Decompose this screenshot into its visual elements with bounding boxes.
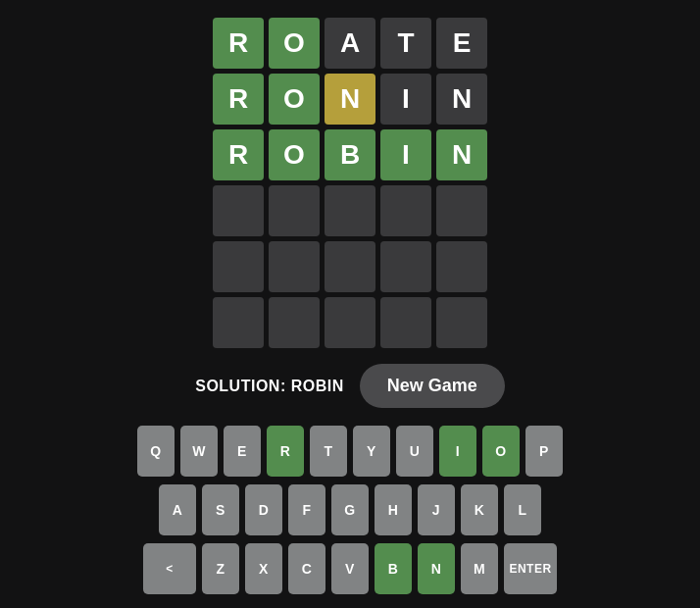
solution-text: SOLUTION: ROBIN <box>195 378 344 395</box>
keyboard: QWERTYUIOPASDFGHJKL<ZXCVBNMENTER <box>137 426 563 594</box>
tile-r2-c4: N <box>436 129 487 180</box>
tile-r3-c0 <box>213 185 264 236</box>
key-r[interactable]: R <box>267 426 304 477</box>
keyboard-row-1: ASDFGHJKL <box>159 484 541 535</box>
key-u[interactable]: U <box>396 426 433 477</box>
key-l[interactable]: L <box>504 484 541 535</box>
key-enter[interactable]: ENTER <box>504 543 557 594</box>
key-b[interactable]: B <box>375 543 412 594</box>
tile-r3-c4 <box>436 185 487 236</box>
tile-r3-c1 <box>269 185 320 236</box>
tile-r4-c3 <box>380 241 431 292</box>
key-p[interactable]: P <box>525 426 563 477</box>
tile-r5-c4 <box>436 297 487 348</box>
tile-r1-c1: O <box>269 74 320 125</box>
tile-r3-c2 <box>325 185 375 236</box>
tile-r4-c1 <box>269 241 320 292</box>
tile-r4-c2 <box>325 241 375 292</box>
key-d[interactable]: D <box>245 484 282 535</box>
tile-r0-c1: O <box>269 18 320 69</box>
key-t[interactable]: T <box>310 426 347 477</box>
tile-r0-c0: R <box>213 18 264 69</box>
key-y[interactable]: Y <box>353 426 390 477</box>
tile-r1-c2: N <box>325 74 375 125</box>
tile-r0-c4: E <box>436 18 487 69</box>
key-k[interactable]: K <box>461 484 498 535</box>
tile-r4-c0 <box>213 241 264 292</box>
game-container: ROATERONINROBIN SOLUTION: ROBIN New Game… <box>0 0 700 608</box>
tile-r5-c3 <box>380 297 431 348</box>
tile-r3-c3 <box>380 185 431 236</box>
tile-r2-c2: B <box>325 129 375 180</box>
key-h[interactable]: H <box>375 484 412 535</box>
key-m[interactable]: M <box>461 543 498 594</box>
game-board: ROATERONINROBIN <box>213 18 487 348</box>
key-z[interactable]: Z <box>202 543 239 594</box>
key-s[interactable]: S <box>202 484 239 535</box>
new-game-button[interactable]: New Game <box>360 364 505 408</box>
tile-r2-c0: R <box>213 129 264 180</box>
tile-r1-c4: N <box>436 74 487 125</box>
key-g[interactable]: G <box>331 484 369 535</box>
key-i[interactable]: I <box>439 426 476 477</box>
key-j[interactable]: J <box>418 484 455 535</box>
key-w[interactable]: W <box>180 426 218 477</box>
solution-row: SOLUTION: ROBIN New Game <box>195 364 505 408</box>
keyboard-row-0: QWERTYUIOP <box>137 426 563 477</box>
key-f[interactable]: F <box>288 484 325 535</box>
tile-r0-c2: A <box>325 18 375 69</box>
key-<[interactable]: < <box>143 543 196 594</box>
tile-r2-c1: O <box>269 129 320 180</box>
key-o[interactable]: O <box>482 426 520 477</box>
tile-r1-c3: I <box>380 74 431 125</box>
key-x[interactable]: X <box>245 543 282 594</box>
key-v[interactable]: V <box>331 543 369 594</box>
key-n[interactable]: N <box>418 543 455 594</box>
tile-r2-c3: I <box>380 129 431 180</box>
tile-r5-c2 <box>325 297 375 348</box>
tile-r4-c4 <box>436 241 487 292</box>
key-c[interactable]: C <box>288 543 325 594</box>
tile-r5-c0 <box>213 297 264 348</box>
key-a[interactable]: A <box>159 484 196 535</box>
tile-r0-c3: T <box>380 18 431 69</box>
keyboard-row-2: <ZXCVBNMENTER <box>143 543 557 594</box>
tile-r1-c0: R <box>213 74 264 125</box>
tile-r5-c1 <box>269 297 320 348</box>
key-e[interactable]: E <box>224 426 261 477</box>
key-q[interactable]: Q <box>137 426 175 477</box>
